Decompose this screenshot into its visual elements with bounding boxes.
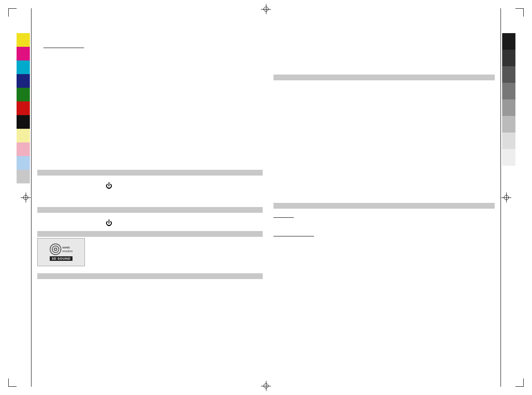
- gray-bar-6: [502, 116, 515, 132]
- corner-mark-br: [515, 378, 524, 387]
- color-bar-green: [17, 88, 30, 101]
- left-gray-bar-2: [37, 207, 263, 213]
- underline-label-top-left: ________________: [44, 41, 84, 49]
- vert-line-right: [501, 8, 501, 387]
- sonic-text-area: sonic emotion: [63, 246, 73, 253]
- sonic-emotion-logo: sonic emotion 3D SOUND: [37, 238, 85, 266]
- gray-bar-1: [502, 33, 515, 50]
- sonic-spiral-core: [54, 248, 57, 251]
- crosshair-left: [21, 193, 31, 202]
- color-bar-yellow: [17, 33, 30, 47]
- sonic-brand: sonic: [63, 246, 70, 249]
- color-bar-lightpink: [17, 142, 30, 156]
- gray-bar-3: [502, 66, 515, 83]
- crosshair-right: [501, 193, 511, 202]
- color-bar-cyan: [17, 60, 30, 74]
- crosshair-bottom: [261, 381, 271, 391]
- gray-bar-2: [502, 50, 515, 66]
- color-bar-magenta: [17, 47, 30, 60]
- left-gray-bar-3: [37, 231, 263, 237]
- grayscale-bars-right: [502, 33, 515, 166]
- sonic-spiral-outer: [50, 243, 61, 255]
- sound-badge: 3D SOUND: [50, 256, 73, 261]
- vert-line-left: [31, 8, 31, 387]
- color-bar-red: [17, 101, 30, 115]
- sonic-logo-inner: sonic emotion: [50, 243, 73, 255]
- color-bar-lightyellow: [17, 129, 30, 142]
- left-gray-bar-1: [37, 170, 263, 176]
- right-gray-bar-1: [273, 75, 495, 80]
- right-underline-2: ________________: [273, 230, 314, 237]
- gray-bar-5: [502, 99, 515, 116]
- power-symbol-2: ⏻: [106, 219, 112, 227]
- right-gray-bar-2: [273, 203, 495, 209]
- gray-bar-7: [502, 132, 515, 149]
- sonic-emotion: emotion: [63, 249, 73, 253]
- right-underline-1: ________: [273, 211, 294, 219]
- gray-bar-4: [502, 83, 515, 99]
- color-bar-darkblue: [17, 74, 30, 88]
- gray-bar-8: [502, 149, 515, 166]
- corner-mark-bl: [8, 378, 17, 387]
- corner-mark-tr: [515, 8, 524, 17]
- color-bar-black: [17, 115, 30, 129]
- left-gray-bar-4: [37, 273, 263, 279]
- color-bar-lightgray: [17, 170, 30, 183]
- sonic-spiral-inner: [52, 246, 59, 253]
- color-bar-lightblue: [17, 156, 30, 170]
- crosshair-top: [261, 4, 271, 14]
- corner-mark-tl: [8, 8, 17, 17]
- power-symbol-1: ⏻: [106, 182, 112, 190]
- color-bars-left: [17, 33, 30, 183]
